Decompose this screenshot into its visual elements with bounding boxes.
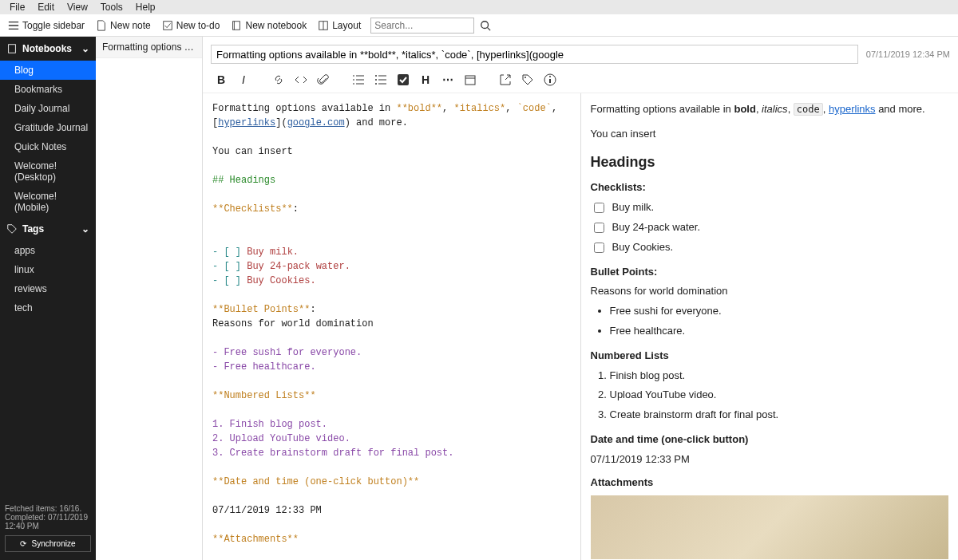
tag-icon bbox=[6, 223, 18, 235]
calendar-icon bbox=[464, 73, 477, 86]
list-item: Free sushi for everyone. bbox=[610, 303, 949, 320]
menubar: File Edit View Tools Help bbox=[0, 0, 958, 14]
menu-tools[interactable]: Tools bbox=[94, 0, 129, 14]
svg-point-8 bbox=[375, 75, 377, 77]
italic-button[interactable]: I bbox=[233, 70, 254, 89]
sidebar-item-bookmarks[interactable]: Bookmarks bbox=[0, 80, 96, 99]
sidebar-item-daily-journal[interactable]: Daily Journal bbox=[0, 99, 96, 118]
code-icon bbox=[295, 73, 307, 86]
svg-point-10 bbox=[375, 83, 377, 85]
sidebar-item-quick-notes[interactable]: Quick Notes bbox=[0, 137, 96, 156]
preview-pane: Formatting options available in bold, it… bbox=[581, 93, 959, 560]
notebook-icon bbox=[6, 43, 18, 54]
tag-icon bbox=[521, 73, 534, 86]
sidebar-item-welcome-mobile[interactable]: Welcome! (Mobile) bbox=[0, 187, 96, 217]
sidebar: Notebooks ⌄ Blog Bookmarks Daily Journal… bbox=[0, 37, 96, 560]
sidebar-tag-reviews[interactable]: reviews bbox=[0, 279, 96, 298]
sidebar-item-welcome-desktop[interactable]: Welcome! (Desktop) bbox=[0, 156, 96, 187]
toolbar: Toggle sidebar New note New to-do New no… bbox=[0, 14, 958, 37]
heading-button[interactable]: H bbox=[415, 70, 436, 89]
checkbox[interactable] bbox=[594, 243, 604, 253]
note-list: Formatting options availabl bbox=[96, 37, 203, 560]
list-item: Create brainstorm draft for final post. bbox=[610, 407, 949, 424]
bullet-list-button[interactable] bbox=[370, 70, 391, 89]
headings-heading: Headings bbox=[591, 151, 949, 174]
new-notebook-button[interactable]: New notebook bbox=[226, 18, 311, 34]
chevron-down-icon: ⌄ bbox=[81, 43, 89, 54]
external-icon bbox=[499, 73, 512, 86]
info-button[interactable] bbox=[540, 70, 560, 89]
svg-point-9 bbox=[375, 79, 377, 81]
toggle-sidebar-button[interactable]: Toggle sidebar bbox=[3, 18, 89, 34]
svg-point-14 bbox=[525, 77, 526, 78]
sidebar-item-gratitude-journal[interactable]: Gratitude Journal bbox=[0, 118, 96, 137]
layout-button[interactable]: Layout bbox=[313, 18, 366, 34]
numbered-list-button[interactable] bbox=[348, 70, 369, 89]
new-todo-button[interactable]: New to-do bbox=[157, 18, 225, 34]
menu-help[interactable]: Help bbox=[129, 0, 162, 14]
checklist-item: Buy Cookies. bbox=[594, 239, 949, 256]
sidebar-icon bbox=[8, 20, 19, 31]
attach-button[interactable] bbox=[313, 70, 334, 89]
chevron-down-icon: ⌄ bbox=[81, 223, 89, 235]
note-timestamp: 07/11/2019 12:34 PM bbox=[866, 49, 950, 59]
checkbox[interactable] bbox=[594, 223, 604, 233]
svg-rect-11 bbox=[398, 74, 409, 85]
checklist-button[interactable] bbox=[393, 70, 414, 89]
sidebar-item-blog[interactable]: Blog bbox=[0, 61, 96, 80]
ol-icon bbox=[352, 73, 365, 86]
svg-rect-0 bbox=[164, 21, 172, 30]
menu-view[interactable]: View bbox=[61, 0, 94, 14]
layout-icon bbox=[318, 20, 329, 31]
ul-icon bbox=[374, 73, 387, 86]
svg-point-17 bbox=[549, 76, 551, 77]
sync-status: Fetched items: 16/16. Completed: 07/11/2… bbox=[0, 499, 96, 560]
new-note-button[interactable]: New note bbox=[91, 18, 156, 34]
svg-rect-7 bbox=[9, 45, 16, 53]
checklist-item: Buy milk. bbox=[594, 199, 949, 216]
note-list-item[interactable]: Formatting options availabl bbox=[96, 37, 202, 58]
search-button[interactable] bbox=[476, 20, 495, 31]
checklist-item: Buy 24-pack water. bbox=[594, 219, 949, 236]
search-icon bbox=[480, 20, 491, 31]
editor-area: 07/11/2019 12:34 PM B I H ⋯ Formatting o… bbox=[203, 37, 958, 560]
synchronize-button[interactable]: ⟳ Synchronize bbox=[5, 535, 91, 552]
svg-rect-12 bbox=[465, 76, 475, 85]
checkbox[interactable] bbox=[594, 203, 604, 213]
external-button[interactable] bbox=[495, 70, 516, 89]
search-input[interactable] bbox=[370, 18, 474, 34]
hr-button[interactable]: ⋯ bbox=[437, 70, 458, 89]
svg-line-6 bbox=[488, 27, 491, 30]
code-button[interactable] bbox=[291, 70, 311, 89]
check-square-icon bbox=[397, 73, 410, 86]
date-button[interactable] bbox=[460, 70, 481, 89]
hyperlinks-link[interactable]: hyperlinks bbox=[829, 103, 876, 115]
info-icon bbox=[544, 73, 556, 86]
svg-point-5 bbox=[481, 21, 489, 28]
list-item: Upload YouTube video. bbox=[610, 387, 949, 404]
sidebar-tag-tech[interactable]: tech bbox=[0, 298, 96, 317]
attachment-image bbox=[591, 495, 949, 559]
bold-button[interactable]: B bbox=[211, 70, 232, 89]
sidebar-tag-apps[interactable]: apps bbox=[0, 241, 96, 260]
menu-edit[interactable]: Edit bbox=[31, 0, 61, 14]
sidebar-tag-linux[interactable]: linux bbox=[0, 260, 96, 279]
menu-file[interactable]: File bbox=[3, 0, 31, 14]
notebooks-section[interactable]: Notebooks ⌄ bbox=[0, 37, 96, 61]
note-title-input[interactable] bbox=[211, 45, 858, 64]
link-button[interactable] bbox=[268, 70, 289, 89]
markdown-source-pane[interactable]: Formatting options available in **bold**… bbox=[203, 93, 581, 560]
checkbox-icon bbox=[162, 20, 173, 31]
format-toolbar: B I H ⋯ bbox=[203, 67, 958, 93]
list-item: Free healthcare. bbox=[610, 323, 949, 340]
paperclip-icon bbox=[317, 73, 330, 86]
link-icon bbox=[272, 73, 285, 86]
sync-icon: ⟳ bbox=[20, 539, 26, 548]
file-icon bbox=[96, 20, 107, 31]
tags-button[interactable] bbox=[517, 70, 538, 89]
notebook-icon bbox=[231, 20, 242, 31]
tags-section[interactable]: Tags ⌄ bbox=[0, 217, 96, 241]
list-item: Finish blog post. bbox=[610, 368, 949, 385]
